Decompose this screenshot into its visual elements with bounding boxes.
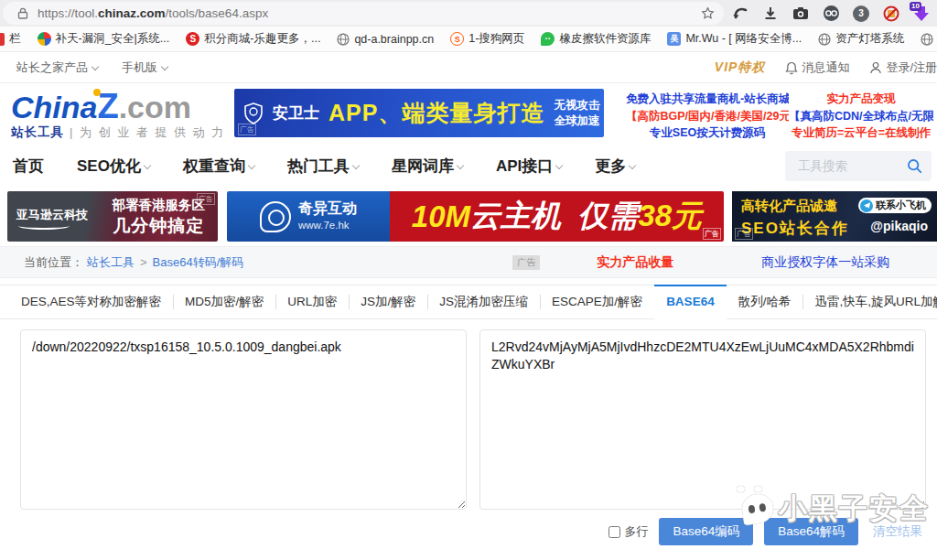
seo-partner-banner-ad[interactable]: 高转化产品诚邀 SEO站长合作 联系小飞机 @pikaqio 广告 xyxy=(732,191,937,242)
ad-label: 广告 xyxy=(512,255,540,270)
tab-js-obfuscate[interactable]: JS混淆加密压缩 xyxy=(427,285,540,318)
promo-link-blue[interactable]: 商业授权字体一站采购 xyxy=(761,254,889,271)
bookmark-item[interactable]: 吴Mr.Wu - [ 网络安全博... xyxy=(667,31,802,47)
tab-escape[interactable]: ESCAPE加/解密 xyxy=(540,285,654,318)
search-icon[interactable] xyxy=(907,158,922,174)
globe-icon xyxy=(818,33,831,46)
address-bar: https://tool.chinaz.com/tools/base64.asp… xyxy=(0,0,937,27)
base64-input-textarea[interactable]: /down/20220922/txsp16158_10.5.0.1009_dan… xyxy=(20,329,467,510)
bookmark-item[interactable]: 栏 xyxy=(2,31,21,47)
breadcrumb-link-tools[interactable]: 站长工具 xyxy=(87,254,135,271)
site-header: ChinaZ.com 站长工具| 为 创 业 者 提 供 动 力 安卫士 APP… xyxy=(0,83,937,145)
tab-hash[interactable]: 散列/哈希 xyxy=(727,285,803,318)
ad-label: 广告 xyxy=(703,228,721,240)
products-menu[interactable]: 站长之家产品 xyxy=(16,59,98,76)
amazon-banner-ad[interactable]: 亚马逊云科技 部署香港服务区几分钟搞定 广告 xyxy=(7,191,218,242)
bookmark-item[interactable]: S积分商城-乐趣更多，... xyxy=(186,31,320,47)
camera-extension-icon[interactable] xyxy=(791,4,811,24)
chevron-down-icon xyxy=(629,161,636,168)
telegram-icon xyxy=(860,199,873,212)
nav-item-home[interactable]: 首页 xyxy=(13,156,44,177)
vip-link[interactable]: VIP特权 xyxy=(715,59,766,76)
base64-encode-button[interactable]: Base64编码 xyxy=(659,518,753,545)
base64-output-textarea[interactable]: L2Rvd24vMjAyMjA5MjIvdHhzcDE2MTU4XzEwLjUu… xyxy=(479,329,926,510)
multiline-checkbox[interactable] xyxy=(609,526,620,538)
main-nav: 首页 SEO优化 权重查询 热门工具 星网词库 API接口 更多 xyxy=(0,145,937,188)
breadcrumb-separator: > xyxy=(140,255,147,269)
url-text: https://tool.chinaz.com/tools/base64.asp… xyxy=(38,6,701,20)
tab-des-aes[interactable]: DES,AES等对称加密解密 xyxy=(9,285,173,318)
notifications-link[interactable]: 消息通知 xyxy=(785,59,849,76)
bookmark-item[interactable]: 资产灯塔系统 xyxy=(818,31,904,47)
bookmark-item[interactable]: S1-搜狗网页 xyxy=(450,31,524,47)
nav-item-hot-tools[interactable]: 热门工具 xyxy=(287,156,359,177)
nav-item-seo[interactable]: SEO优化 xyxy=(77,156,150,177)
base64-decode-button[interactable]: Base64解码 xyxy=(764,518,858,545)
purple-download-extension-icon[interactable]: 10 xyxy=(911,4,932,24)
chevron-down-icon xyxy=(248,161,255,168)
bookmark-item[interactable]: qd-a.brainpp.cn xyxy=(337,33,434,46)
promo-link-red[interactable]: 实力产品收量 xyxy=(597,254,673,271)
chevron-down-icon xyxy=(92,63,99,70)
text-ad-link[interactable]: 【真高防CDN/全球布点/无限防护】 xyxy=(789,108,933,125)
tab-url-encode[interactable]: URL加密 xyxy=(275,285,349,318)
bell-icon xyxy=(785,61,798,75)
browser-window: https://tool.chinaz.com/tools/base64.asp… xyxy=(0,0,937,560)
ad-label: 广告 xyxy=(735,228,753,240)
text-ad-link[interactable]: 【高防BGP/国内/香港/美国/29元】 xyxy=(626,108,789,125)
qiyi-logo-icon xyxy=(260,201,291,232)
ad-label: 广告 xyxy=(197,193,215,205)
curved-arrow-extension-icon[interactable] xyxy=(730,4,750,24)
tab-thunder-url[interactable]: 迅雷,快车,旋风URL加解密 xyxy=(802,285,937,318)
text-ad-link[interactable]: 实力产品变现 xyxy=(789,91,933,108)
text-ad-links: 免费入驻共享流量商机-站长商城 实力产品变现 【高防BGP/国内/香港/美国/2… xyxy=(626,91,933,142)
pinwheel-icon xyxy=(38,32,51,46)
cloud-host-banner-ad[interactable]: 奇异互动www.7e.hk 10M云主机 仅需38元 广告 xyxy=(227,191,724,242)
tab-js-encode[interactable]: JS加/解密 xyxy=(349,285,427,318)
telegram-handle: @pikaqio xyxy=(870,219,928,233)
telegram-contact-pill: 联系小飞机 xyxy=(858,198,932,213)
mobile-version-menu[interactable]: 手机版 xyxy=(122,59,167,76)
counter-badge-extension-icon[interactable]: 3 xyxy=(851,4,871,24)
nav-item-more[interactable]: 更多 xyxy=(595,156,635,177)
person-icon xyxy=(869,61,882,74)
bookmark-star-icon[interactable] xyxy=(701,6,715,20)
tool-tabs: DES,AES等对称加密解密 MD5加密/解密 URL加密 JS加/解密 JS混… xyxy=(0,285,937,319)
nav-item-weight[interactable]: 权重查询 xyxy=(183,156,254,177)
text-ad-link[interactable]: 专业SEO按天计费源码 xyxy=(626,124,789,142)
text-ad-link[interactable]: 专业简历=云平台=在线制作 xyxy=(789,124,933,142)
download-extension-icon[interactable] xyxy=(760,4,781,24)
extension-icons: 3 10 xyxy=(730,0,932,27)
adblock-extension-icon[interactable] xyxy=(881,4,901,24)
shield-icon xyxy=(243,102,264,124)
text-ad-link[interactable]: 免费入驻共享流量商机-站长商城 xyxy=(626,91,789,108)
breadcrumb-prefix: 当前位置： xyxy=(24,254,83,271)
download-count-badge: 10 xyxy=(910,2,921,11)
clear-results-button[interactable]: 清空结果 xyxy=(869,518,926,545)
banner-subtext: 无视攻击全球加速 xyxy=(554,98,599,129)
breadcrumb-link-current[interactable]: Base64转码/解码 xyxy=(153,254,244,271)
chevron-down-icon xyxy=(457,161,464,168)
nav-item-wordlib[interactable]: 星网词库 xyxy=(392,156,463,177)
url-field[interactable]: https://tool.chinaz.com/tools/base64.asp… xyxy=(3,2,724,25)
tool-search-box xyxy=(785,151,932,181)
sogou-icon: S xyxy=(450,32,464,46)
bookmark-item[interactable]: Windows补丁下载 xyxy=(921,31,937,47)
clipped-bookmark-icon xyxy=(0,33,5,46)
anweishi-banner-ad[interactable]: 安卫士 APP、端类量身打造 无视攻击全球加速 广告 xyxy=(234,89,604,137)
site-utility-bar: 站长之家产品 手机版 VIP特权 消息通知 登录/注册 xyxy=(0,53,937,83)
multiline-checkbox-label[interactable]: 多行 xyxy=(609,523,648,540)
tab-base64-active[interactable]: BASE64 xyxy=(654,285,727,319)
ad-banner-row: 亚马逊云科技 部署香港服务区几分钟搞定 广告 奇异互动www.7e.hk 10M… xyxy=(0,191,937,242)
panda-glasses-extension-icon[interactable] xyxy=(821,4,841,24)
bookmark-item[interactable]: 补天-漏洞_安全|系统... xyxy=(38,31,170,47)
bookmark-item[interactable]: ··橡皮擦软件资源库 xyxy=(541,31,651,47)
tool-search-input[interactable] xyxy=(798,159,899,173)
banner-headline: APP、端类量身打造 xyxy=(328,98,544,128)
tab-md5[interactable]: MD5加密/解密 xyxy=(173,285,275,318)
nav-item-api[interactable]: API接口 xyxy=(496,156,562,177)
banner-brand: 亚马逊云科技 xyxy=(16,207,88,223)
login-link[interactable]: 登录/注册 xyxy=(869,59,937,76)
bookmarks-bar: 栏 补天-漏洞_安全|系统... S积分商城-乐趣更多，... qd-a.bra… xyxy=(0,27,937,52)
chinaz-logo[interactable]: ChinaZ.com 站长工具| 为 创 业 者 提 供 动 力 xyxy=(11,91,225,141)
